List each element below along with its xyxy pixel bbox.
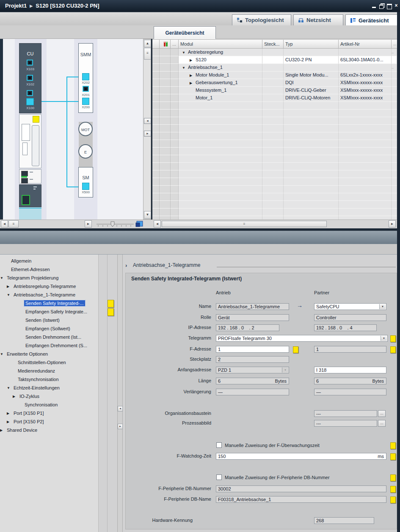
- properties-tree-item[interactable]: Schnittstellen-Optionen: [0, 358, 98, 367]
- table-row[interactable]: [152, 201, 397, 208]
- tab-topologiesicht[interactable]: Topologiesicht: [232, 14, 291, 25]
- close-button[interactable]: ×: [393, 3, 400, 9]
- artikelnr-cell[interactable]: XSMIxxx-xxxxx-xxxx: [339, 87, 392, 94]
- steckplatz-cell[interactable]: [262, 193, 284, 201]
- properties-tree-item[interactable]: Synchronisation: [0, 400, 98, 409]
- steckplatz-cell[interactable]: [262, 186, 284, 193]
- column-header-steckplatz[interactable]: Steck...: [262, 39, 284, 49]
- breadcrumb-project[interactable]: Projekt1: [5, 3, 27, 9]
- tree-expander-icon[interactable]: ▶: [13, 395, 18, 398]
- checkbox-label[interactable]: Manuelle Zuweisung der F-Peripherie DB-N…: [225, 475, 330, 480]
- artikelnr-cell[interactable]: [339, 178, 392, 186]
- steckplatz-cell[interactable]: [262, 94, 284, 102]
- steckplatz-cell[interactable]: [262, 201, 284, 208]
- row-expander-icon[interactable]: ▶: [190, 57, 196, 64]
- properties-tree-item[interactable]: Allgemein: [0, 257, 98, 265]
- steckplatz-cell[interactable]: [262, 71, 284, 79]
- checkbox-f-ueberwachungszeit[interactable]: [216, 442, 222, 448]
- port-x500[interactable]: [82, 183, 89, 190]
- table-row[interactable]: ▶Geberauswertung_1 DQI XSMIxxx-xxxxx-xxx…: [152, 79, 397, 87]
- artikelnr-cell[interactable]: [339, 170, 392, 178]
- properties-tree-item[interactable]: Empfangen Drehmoment (S...: [0, 341, 98, 350]
- typ-cell[interactable]: [284, 125, 339, 132]
- steckplatz-cell[interactable]: [262, 155, 284, 163]
- properties-tree-item[interactable]: Medienredundanz: [0, 367, 98, 375]
- table-row[interactable]: [152, 110, 397, 117]
- table-row[interactable]: [152, 148, 397, 155]
- tree-expander-icon[interactable]: ▼: [7, 293, 12, 297]
- steckplatz-cell[interactable]: [262, 49, 284, 56]
- steckplatz-cell[interactable]: [262, 208, 284, 216]
- port-x103[interactable]: [27, 60, 33, 66]
- properties-tree-item[interactable]: Ethernet-Adressen: [0, 265, 98, 274]
- artikelnr-cell[interactable]: [339, 193, 392, 201]
- table-row[interactable]: [152, 186, 397, 193]
- steckplatz-cell[interactable]: [262, 148, 284, 155]
- artikelnr-cell[interactable]: [339, 201, 392, 208]
- table-row[interactable]: [152, 155, 397, 163]
- encoder-symbol[interactable]: E: [78, 144, 93, 159]
- tab-netzsicht[interactable]: Netzsicht: [293, 14, 343, 25]
- typ-cell[interactable]: [284, 49, 339, 56]
- steckplatz-cell[interactable]: [262, 170, 284, 178]
- properties-tree-item[interactable]: Taktsynchronisation: [0, 375, 98, 384]
- artikelnr-cell[interactable]: [339, 125, 392, 132]
- steckplatz-cell[interactable]: [262, 163, 284, 170]
- artikelnr-cell[interactable]: [339, 186, 392, 193]
- properties-tree-item[interactable]: Senden (Istwert): [0, 316, 98, 324]
- scroll-right-icon[interactable]: ►: [85, 220, 92, 228]
- properties-tree-item[interactable]: Empfangen Safety Integrate...: [0, 307, 98, 316]
- row-expander-icon[interactable]: ▼: [182, 49, 188, 56]
- artikelnr-cell[interactable]: [339, 148, 392, 155]
- port-x201[interactable]: [83, 86, 89, 92]
- properties-tree-item[interactable]: Senden Safety Integrated-...: [0, 299, 98, 307]
- scrollbar-thumb[interactable]: ≡: [162, 221, 327, 227]
- telegramm-dropdown[interactable]: PROFIsafe Telegramm 30▼: [216, 335, 388, 342]
- port-x200[interactable]: [82, 98, 89, 105]
- typ-cell[interactable]: [284, 64, 339, 71]
- steckplatz-cell[interactable]: [262, 87, 284, 94]
- splitter-collapse-left[interactable]: ◄: [144, 118, 151, 124]
- typ-cell[interactable]: DRIVE-CLiQ-Motoren: [284, 94, 339, 102]
- table-row[interactable]: [152, 117, 397, 125]
- cooling-module[interactable]: [19, 208, 41, 219]
- chevron-down-icon[interactable]: ▼: [379, 304, 386, 309]
- browse-button[interactable]: ...: [378, 410, 386, 417]
- chevron-down-icon[interactable]: ▼: [381, 336, 387, 341]
- typ-cell[interactable]: [284, 178, 339, 186]
- artikelnr-cell[interactable]: [339, 117, 392, 125]
- diagnostics-column-header[interactable]: [160, 39, 171, 49]
- artikelnr-cell[interactable]: [339, 163, 392, 170]
- steckplatz-cell[interactable]: [262, 110, 284, 117]
- table-row[interactable]: [152, 178, 397, 186]
- properties-tree-item[interactable]: Empfangen (Sollwert): [0, 324, 98, 333]
- port-x202[interactable]: [82, 73, 89, 80]
- anfangsadresse-partner-input[interactable]: I 318: [314, 367, 386, 373]
- comment-column-header[interactable]: ...: [171, 39, 179, 49]
- row-expander-icon[interactable]: ▶: [190, 72, 196, 79]
- properties-tree-item[interactable]: ▶ IO-Zyklus: [0, 392, 98, 400]
- steckplatz-cell[interactable]: [262, 64, 284, 71]
- artikelnr-cell[interactable]: 6SLxx2x-1xxxx-xxxx: [339, 71, 392, 79]
- breadcrumb[interactable]: Projekt1▶S120 [S120 CU320-2 PN]: [5, 3, 99, 9]
- table-row[interactable]: [152, 102, 397, 110]
- properties-tree-item[interactable]: ▼ Telegramm Projektierung: [0, 274, 98, 282]
- restore-button[interactable]: [379, 3, 386, 9]
- typ-cell[interactable]: [284, 186, 339, 193]
- scroll-down-icon[interactable]: ▼: [144, 211, 151, 219]
- breadcrumb-device[interactable]: S120 [S120 CU320-2 PN]: [36, 3, 99, 9]
- typ-cell[interactable]: [284, 170, 339, 178]
- typ-cell[interactable]: [284, 163, 339, 170]
- tree-expander-icon[interactable]: ▶: [0, 428, 6, 432]
- splitter-collapse-right[interactable]: ►: [144, 131, 151, 137]
- steckplatz-cell[interactable]: [262, 56, 284, 64]
- steckplatz-cell[interactable]: [262, 178, 284, 186]
- table-row[interactable]: Messsystem_1 DRIVE-CLiQ-Geber XSMIxxx-xx…: [152, 87, 397, 94]
- overview-window-button[interactable]: [135, 221, 143, 228]
- steckplatz-cell[interactable]: [262, 140, 284, 148]
- zoom-slider[interactable]: [97, 221, 134, 228]
- typ-cell[interactable]: DRIVE-CLiQ-Geber: [284, 87, 339, 94]
- tree-expander-icon[interactable]: ▶: [7, 285, 12, 288]
- properties-tree-item[interactable]: ▶ Antriebsregelung-Telegramme: [0, 282, 98, 291]
- artikelnr-cell[interactable]: XSMIxxx-xxxxx-xxxx: [339, 79, 392, 87]
